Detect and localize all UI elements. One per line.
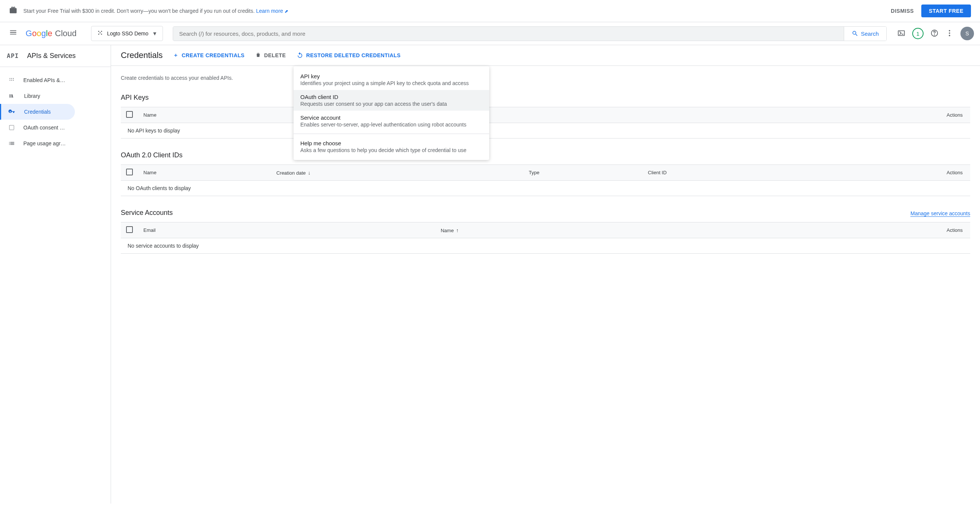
more-icon[interactable] xyxy=(945,29,954,38)
column-header[interactable]: Creation date↓ xyxy=(271,165,523,181)
sidebar-item-label: Enabled APIs & services xyxy=(23,77,67,83)
header: Google Cloud Logto SSO Demo ▼ Search 1 S xyxy=(0,22,980,45)
search-button[interactable]: Search xyxy=(844,27,886,41)
page-title: Credentials xyxy=(121,51,162,60)
learn-more-link[interactable]: Learn more⬈ xyxy=(256,8,289,14)
column-header[interactable]: Name xyxy=(138,165,271,181)
column-header[interactable]: Name↑ xyxy=(436,222,701,238)
sidebar-item-label: Credentials xyxy=(24,109,51,115)
svg-point-0 xyxy=(98,31,99,32)
gift-icon xyxy=(9,6,18,16)
sort-up-icon: ↑ xyxy=(456,227,459,233)
api-logo-icon: API xyxy=(7,52,19,59)
search-bar: Search xyxy=(173,26,887,41)
sidebar: API APIs & Services Enabled APIs & servi… xyxy=(0,45,111,503)
api-keys-table: Name Restrictions Actions No API keys to… xyxy=(121,107,970,139)
select-all-checkbox[interactable] xyxy=(126,169,133,175)
notifications-badge[interactable]: 1 xyxy=(912,28,924,39)
restore-credentials-button[interactable]: RESTORE DELETED CREDENTIALS xyxy=(297,51,401,59)
svg-point-2 xyxy=(98,33,99,35)
svg-point-1 xyxy=(101,31,102,32)
svg-point-7 xyxy=(949,30,950,31)
empty-state: No OAuth clients to display xyxy=(121,181,970,196)
svg-point-11 xyxy=(11,78,12,79)
empty-state: No API keys to display xyxy=(121,123,970,139)
dismiss-button[interactable]: DISMISS xyxy=(891,8,914,14)
column-header: Actions xyxy=(699,107,970,123)
oauth-clients-title: OAuth 2.0 Client IDs xyxy=(121,151,970,159)
chevron-down-icon: ▼ xyxy=(152,30,158,37)
trial-banner: Start your Free Trial with $300 in credi… xyxy=(0,0,980,22)
key-icon xyxy=(8,108,16,115)
svg-point-10 xyxy=(10,78,10,79)
column-header[interactable]: Type xyxy=(523,165,643,181)
avatar[interactable]: S xyxy=(961,27,974,40)
sidebar-item-credentials[interactable]: Credentials xyxy=(0,104,75,120)
svg-point-6 xyxy=(934,35,935,35)
project-name: Logto SSO Demo xyxy=(107,30,149,37)
sidebar-item-library[interactable]: Library xyxy=(0,88,75,104)
sidebar-item-label: Page usage agreements xyxy=(23,140,67,147)
google-cloud-logo[interactable]: Google Cloud xyxy=(25,29,77,38)
trash-icon xyxy=(255,52,261,59)
svg-point-12 xyxy=(13,78,14,79)
select-all-checkbox[interactable] xyxy=(126,226,133,233)
library-icon xyxy=(8,92,16,99)
dropdown-divider xyxy=(294,134,489,134)
sidebar-item-label: Library xyxy=(24,93,40,99)
start-free-button[interactable]: START FREE xyxy=(921,5,971,17)
api-keys-title: API Keys xyxy=(121,94,970,102)
page-description: Create credentials to access your enable… xyxy=(121,75,970,81)
create-credentials-dropdown: API key Identifies your project using a … xyxy=(294,66,489,160)
sidebar-item-label: OAuth consent screen xyxy=(23,124,67,131)
project-picker[interactable]: Logto SSO Demo ▼ xyxy=(91,26,163,41)
select-all-checkbox[interactable] xyxy=(126,111,133,118)
consent-icon xyxy=(8,124,15,131)
project-icon xyxy=(97,29,103,38)
svg-point-14 xyxy=(11,80,12,81)
sort-down-icon: ↓ xyxy=(308,170,310,176)
svg-point-13 xyxy=(10,80,10,81)
column-header[interactable]: Email xyxy=(138,222,436,238)
oauth-clients-table: Name Creation date↓ Type Client ID Actio… xyxy=(121,164,970,196)
svg-point-8 xyxy=(949,32,950,34)
restore-icon xyxy=(297,51,303,59)
svg-point-3 xyxy=(101,33,102,35)
create-credentials-button[interactable]: ＋ CREATE CREDENTIALS xyxy=(173,52,245,59)
manage-service-accounts-link[interactable]: Manage service accounts xyxy=(910,210,970,217)
column-header[interactable]: Client ID xyxy=(643,165,808,181)
page-header: Credentials ＋ CREATE CREDENTIALS DELETE … xyxy=(111,45,980,66)
search-input[interactable] xyxy=(173,27,844,41)
dropdown-item-service-account[interactable]: Service account Enables server-to-server… xyxy=(294,111,489,131)
external-link-icon: ⬈ xyxy=(285,9,288,14)
sidebar-item-enabled-apis[interactable]: Enabled APIs & services xyxy=(0,72,75,88)
column-header: Actions xyxy=(808,165,970,181)
usage-icon xyxy=(8,140,15,147)
plus-icon: ＋ xyxy=(173,52,178,59)
dropdown-item-help-me-choose[interactable]: Help me choose Asks a few questions to h… xyxy=(294,136,489,157)
svg-rect-16 xyxy=(10,125,14,130)
main-content: Credentials ＋ CREATE CREDENTIALS DELETE … xyxy=(111,45,980,503)
help-icon[interactable] xyxy=(930,29,939,38)
dropdown-item-api-key[interactable]: API key Identifies your project using a … xyxy=(294,69,489,90)
service-accounts-table: Email Name↑ Actions No service accounts … xyxy=(121,222,970,254)
svg-point-4 xyxy=(99,32,100,33)
sidebar-item-page-usage[interactable]: Page usage agreements xyxy=(0,135,75,151)
enabled-apis-icon xyxy=(8,77,15,84)
svg-point-15 xyxy=(13,80,14,81)
svg-point-9 xyxy=(949,35,950,36)
empty-state: No service accounts to display xyxy=(121,238,970,254)
service-accounts-title: Service Accounts xyxy=(121,209,173,217)
delete-button[interactable]: DELETE xyxy=(255,52,286,59)
hamburger-menu-icon[interactable] xyxy=(6,25,20,42)
sidebar-item-oauth-consent[interactable]: OAuth consent screen xyxy=(0,120,75,135)
dropdown-item-oauth-client[interactable]: OAuth client ID Requests user consent so… xyxy=(294,90,489,111)
trial-text: Start your Free Trial with $300 in credi… xyxy=(23,8,288,14)
cloud-shell-icon[interactable] xyxy=(897,29,905,38)
section-header[interactable]: API APIs & Services xyxy=(0,45,111,67)
column-header: Actions xyxy=(701,222,970,238)
